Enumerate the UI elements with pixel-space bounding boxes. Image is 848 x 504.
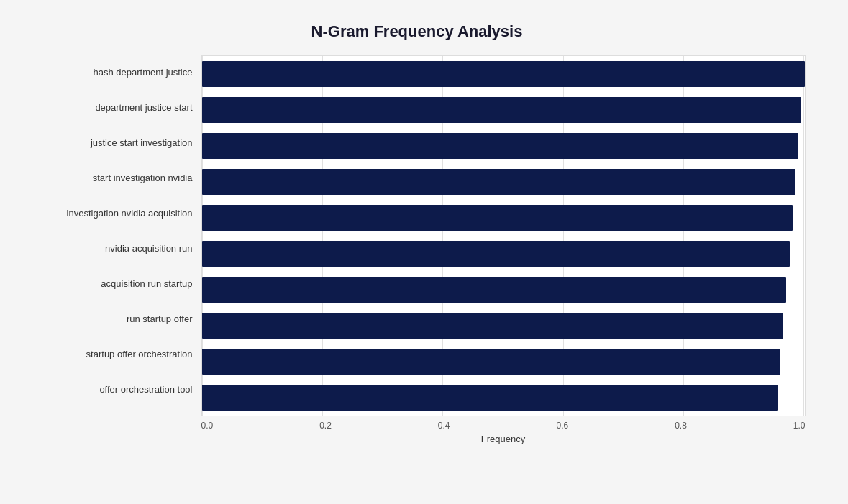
x-tick-4: 0.8: [675, 421, 687, 431]
bar-7: [202, 313, 784, 339]
bar-row-0: [202, 56, 805, 92]
x-tick-1: 0.2: [319, 421, 332, 431]
x-tick-2: 0.4: [438, 421, 450, 431]
bar-2: [202, 133, 799, 159]
bar-row-2: [202, 128, 805, 164]
bar-row-3: [202, 164, 805, 200]
bars-and-x: 0.00.20.40.60.81.0 Frequency: [201, 55, 806, 429]
x-tick-5: 1.0: [793, 421, 806, 431]
y-label-6: acquisition run startup: [101, 278, 192, 290]
chart-container: N-Gram Frequency Analysis hash departmen…: [14, 8, 834, 497]
bar-row-5: [202, 236, 805, 272]
x-tick-3: 0.6: [556, 421, 568, 431]
y-label-9: offer orchestration tool: [99, 384, 192, 395]
y-axis-labels: hash department justicedepartment justic…: [29, 55, 201, 429]
bar-row-6: [202, 272, 805, 308]
bar-row-4: [202, 200, 805, 236]
y-label-0: hash department justice: [93, 67, 192, 78]
x-tick-0: 0.0: [201, 421, 214, 431]
bar-3: [202, 169, 795, 195]
y-label-4: investigation nvidia acquisition: [67, 208, 193, 219]
bar-row-1: [202, 92, 805, 128]
bar-row-8: [202, 344, 805, 380]
bar-4: [202, 205, 793, 231]
bar-1: [202, 97, 802, 123]
y-label-3: start investigation nvidia: [93, 173, 193, 184]
y-label-2: justice start investigation: [91, 137, 193, 149]
bar-5: [202, 241, 790, 267]
bar-6: [202, 277, 787, 303]
chart-title: N-Gram Frequency Analysis: [29, 22, 806, 41]
y-label-7: run startup offer: [127, 313, 193, 325]
bar-row-7: [202, 308, 805, 344]
bar-0: [202, 61, 805, 87]
x-axis: 0.00.20.40.60.81.0: [201, 416, 806, 431]
x-axis-label: Frequency: [201, 434, 806, 444]
bar-row-9: [202, 380, 805, 416]
y-label-1: department justice start: [95, 102, 192, 114]
bars-wrapper: [201, 55, 806, 416]
chart-area: hash department justicedepartment justic…: [29, 55, 806, 429]
bar-9: [202, 385, 778, 411]
y-label-5: nvidia acquisition run: [105, 243, 192, 255]
y-label-8: startup offer orchestration: [86, 349, 193, 360]
bar-8: [202, 349, 780, 375]
